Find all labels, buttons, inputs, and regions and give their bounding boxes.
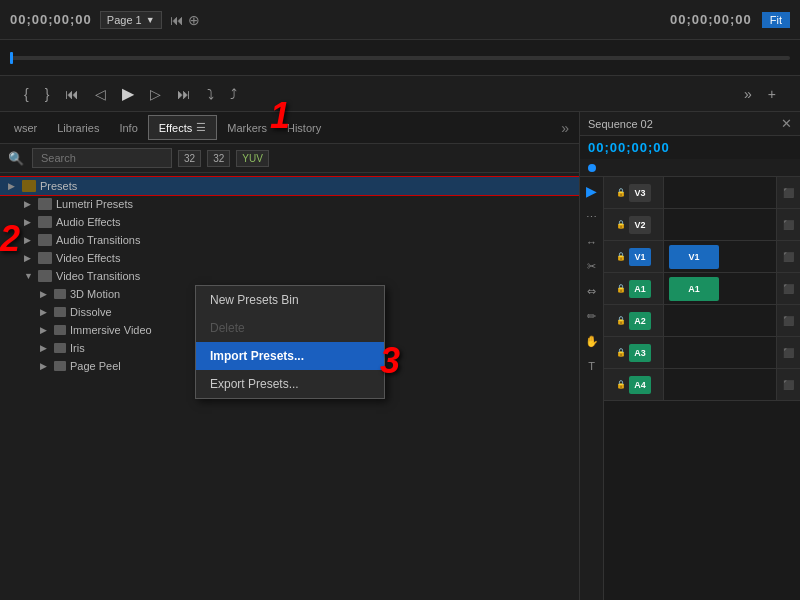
chevron-audio-transitions: ▶: [24, 235, 34, 245]
folder-icon-audio-effects: [38, 216, 52, 228]
step-back-btn[interactable]: ◁: [91, 84, 110, 104]
search-icon[interactable]: 🔍: [6, 149, 26, 168]
track-v1: 🔒 V1 V1 ⬛: [604, 241, 800, 273]
tab-browser[interactable]: wser: [4, 116, 47, 140]
track-content-v1[interactable]: V1: [664, 241, 776, 272]
track-content-v3[interactable]: [664, 177, 776, 208]
tab-history[interactable]: History: [277, 116, 331, 140]
track-content-a3[interactable]: [664, 337, 776, 368]
sequence-close-btn[interactable]: ✕: [781, 116, 792, 131]
tree-item-presets[interactable]: ▶ Presets: [0, 177, 579, 195]
insert-btn[interactable]: ⤵: [203, 84, 218, 104]
lock-v1: 🔒: [616, 252, 626, 261]
timeline-inner: ▶ ⋯ ↔ ✂ ⇔ ✏ ✋ T 🔒 V3 ⬛: [580, 177, 800, 600]
tab-libraries[interactable]: Libraries: [47, 116, 109, 140]
clip-v1[interactable]: V1: [669, 245, 719, 269]
yuv-btn[interactable]: YUV: [236, 150, 269, 167]
3d-motion-label: 3D Motion: [70, 288, 120, 300]
track-content-v2[interactable]: [664, 209, 776, 240]
ctx-delete: Delete: [196, 314, 384, 342]
go-out-btn[interactable]: ⏭: [173, 84, 195, 104]
tree-item-audio-effects[interactable]: ▶ Audio Effects: [0, 213, 579, 231]
lock-a2: 🔒: [616, 316, 626, 325]
right-toolbar: ▶ ⋯ ↔ ✂ ⇔ ✏ ✋ T: [580, 177, 604, 600]
decelerate-btn[interactable]: 32: [207, 150, 230, 167]
timecode-right: 00;00;00;00: [670, 12, 752, 27]
lock-v3: 🔒: [616, 188, 626, 197]
track-content-a2[interactable]: [664, 305, 776, 336]
ctx-export-presets[interactable]: Export Presets...: [196, 370, 384, 398]
step-back-icon[interactable]: ⏮: [170, 12, 184, 28]
accelerate-btn[interactable]: 32: [178, 150, 201, 167]
badge-a4: A4: [629, 376, 651, 394]
effects-menu-icon[interactable]: ☰: [196, 121, 206, 134]
folder-icon-audio-transitions: [38, 234, 52, 246]
step-fwd-btn[interactable]: ▷: [146, 84, 165, 104]
context-menu: New Presets Bin Delete Import Presets...…: [195, 285, 385, 399]
lock-a1: 🔒: [616, 284, 626, 293]
selection-tool[interactable]: ▶: [584, 181, 599, 201]
folder-icon-page-peel: [54, 361, 66, 371]
tree-item-video-transitions[interactable]: ▼ Video Transitions: [0, 267, 579, 285]
top-bar: 00;00;00;00 Page 1 ▼ ⏮ ⊕ 00;00;00;00 Fit: [0, 0, 800, 40]
ripple-tool[interactable]: ⋯: [584, 209, 599, 226]
badge-a2: A2: [629, 312, 651, 330]
search-input[interactable]: [32, 148, 172, 168]
track-label-v1: 🔒 V1: [604, 241, 664, 272]
track-a3: 🔒 A3 ⬛: [604, 337, 800, 369]
text-tool[interactable]: T: [586, 358, 597, 374]
chevron-presets: ▶: [8, 181, 18, 191]
track-right-a3: ⬛: [776, 337, 800, 368]
chevron-dissolve: ▶: [40, 307, 50, 317]
badge-v3: V3: [629, 184, 651, 202]
badge-a3: A3: [629, 344, 651, 362]
hand-tool[interactable]: ✋: [583, 333, 601, 350]
mark-out-btn[interactable]: }: [41, 84, 54, 104]
play-btn[interactable]: ▶: [118, 82, 138, 105]
clip-a1[interactable]: A1: [669, 277, 719, 301]
tab-effects[interactable]: Effects ☰: [148, 115, 217, 140]
add-btn[interactable]: +: [764, 84, 780, 104]
track-content-a1[interactable]: A1: [664, 273, 776, 304]
tab-info[interactable]: Info: [109, 116, 147, 140]
fit-button[interactable]: Fit: [762, 12, 790, 28]
tree-item-video-effects[interactable]: ▶ Video Effects: [0, 249, 579, 267]
chevron-iris: ▶: [40, 343, 50, 353]
ruler-area: [0, 40, 800, 76]
go-in-btn[interactable]: ⏮: [61, 84, 83, 104]
track-right-a2: ⬛: [776, 305, 800, 336]
page-dropdown-icon[interactable]: ▼: [146, 15, 155, 25]
tab-markers[interactable]: Markers: [217, 116, 277, 140]
track-v3: 🔒 V3 ⬛: [604, 177, 800, 209]
page-label: Page 1: [107, 14, 142, 26]
track-right-v1: ⬛: [776, 241, 800, 272]
track-right-v3: ⬛: [776, 177, 800, 208]
lock-v2: 🔒: [616, 220, 626, 229]
slip-tool[interactable]: ⇔: [585, 283, 598, 300]
page-peel-label: Page Peel: [70, 360, 121, 372]
page-selector[interactable]: Page 1 ▼: [100, 11, 162, 29]
ctx-import-presets[interactable]: Import Presets...: [196, 342, 384, 370]
mark-in-btn[interactable]: {: [20, 84, 33, 104]
track-right-a4: ⬛: [776, 369, 800, 400]
transport-bar: { } ⏮ ◁ ▶ ▷ ⏭ ⤵ ⤴ » +: [0, 76, 800, 112]
add-marker-icon[interactable]: ⊕: [188, 12, 200, 28]
track-right-a1: ⬛: [776, 273, 800, 304]
pen-tool[interactable]: ✏: [585, 308, 598, 325]
video-effects-label: Video Effects: [56, 252, 120, 264]
video-transitions-label: Video Transitions: [56, 270, 140, 282]
track-content-a4[interactable]: [664, 369, 776, 400]
iris-label: Iris: [70, 342, 85, 354]
lock-a3: 🔒: [616, 348, 626, 357]
tabs-more-btn[interactable]: »: [555, 116, 575, 140]
rate-stretch-tool[interactable]: ↔: [584, 234, 599, 250]
more-transport-btn[interactable]: »: [740, 84, 756, 104]
tree-item-lumetri[interactable]: ▶ Lumetri Presets: [0, 195, 579, 213]
ctx-new-presets-bin[interactable]: New Presets Bin: [196, 286, 384, 314]
badge-v1: V1: [629, 248, 651, 266]
overwrite-btn[interactable]: ⤴: [226, 84, 241, 104]
tree-item-audio-transitions[interactable]: ▶ Audio Transitions: [0, 231, 579, 249]
folder-icon-dissolve: [54, 307, 66, 317]
track-a4: 🔒 A4 ⬛: [604, 369, 800, 401]
razor-tool[interactable]: ✂: [585, 258, 598, 275]
